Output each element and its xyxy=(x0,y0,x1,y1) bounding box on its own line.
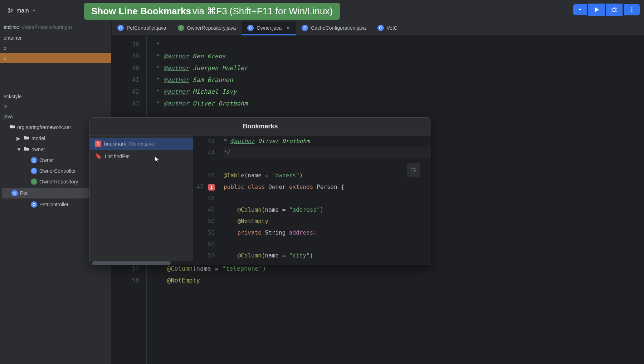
tree-item[interactable]: e xyxy=(0,53,111,63)
preview-code-line xyxy=(224,158,431,170)
editor-tab[interactable]: CVetC xyxy=(372,21,403,35)
project-name: etclinic xyxy=(4,24,19,30)
preview-line-number: 47 1 xyxy=(196,181,215,193)
editor-tab[interactable]: IOwnerRepository.java xyxy=(172,21,242,35)
line-number: 58 xyxy=(112,275,139,286)
tree-item-label: e xyxy=(4,55,6,61)
folder-icon xyxy=(24,135,29,142)
hint-text-rest: via ⌘F3 (Shift+F11 for Win/Linux) xyxy=(192,6,333,17)
line-number: 42 xyxy=(112,86,139,98)
class-icon: C xyxy=(11,190,18,196)
preview-line-number: 43 xyxy=(196,136,215,147)
class-icon: C xyxy=(302,25,308,31)
folder-icon xyxy=(24,146,29,153)
svg-point-1 xyxy=(9,11,10,13)
tree-item-label: java xyxy=(4,114,13,119)
class-icon: C xyxy=(31,168,37,174)
svg-point-5 xyxy=(631,9,633,10)
bookmark-list: 1bookmark Owner.java🔖List findPet xyxy=(90,136,193,261)
line-number: 39 xyxy=(112,50,139,62)
preview-code-line: @Column(name = "city") xyxy=(224,250,431,261)
tree-item-label: PetController xyxy=(39,202,69,207)
tree-item-label: OwnerController xyxy=(39,168,76,174)
code-line[interactable]: * @author Michael Isvy xyxy=(152,86,644,98)
soft-wrap-icon[interactable] xyxy=(407,163,420,177)
preview-scrollbar[interactable] xyxy=(90,261,431,265)
tree-item[interactable]: eckstyle xyxy=(0,92,111,102)
run-button[interactable] xyxy=(588,4,605,16)
tab-label: CacheConfiguration.java xyxy=(311,25,366,31)
tree-item-label: ontainer xyxy=(4,35,22,41)
preview-code: * @author Oliver Drotbohm*/@Table(name =… xyxy=(220,136,431,261)
branch-name: main xyxy=(16,8,29,14)
preview-code-line xyxy=(224,193,431,204)
bookmark-file: Owner.java xyxy=(129,141,154,147)
svg-point-2 xyxy=(11,9,13,10)
bookmark-preview: 43444647 1484950515253 * @author Oliver … xyxy=(193,136,431,261)
interface-icon: I xyxy=(178,25,184,31)
tree-item[interactable]: in xyxy=(0,102,111,112)
code-line[interactable]: * xyxy=(152,39,644,50)
bookmarks-popup: Bookmarks 1bookmark Owner.java🔖List find… xyxy=(89,117,431,265)
editor-tab[interactable]: COwner.java✕ xyxy=(241,21,296,35)
preview-line-number: 46 xyxy=(196,170,215,181)
class-icon: C xyxy=(31,201,37,208)
debug-button[interactable] xyxy=(606,4,623,16)
class-icon: C xyxy=(31,157,37,163)
bookmark-badge-icon: 1 xyxy=(208,184,215,191)
tree-item[interactable]: ontainer xyxy=(0,33,111,43)
chevron-down-icon xyxy=(32,8,36,14)
line-number: 38 xyxy=(112,39,139,50)
chevron-down-icon: ▼ xyxy=(16,147,21,152)
tree-item-label: owner xyxy=(31,147,45,152)
tree-item-label: in xyxy=(4,104,8,109)
svg-point-4 xyxy=(631,8,633,9)
preview-code-line: @NotEmpty xyxy=(224,216,431,227)
bookmark-item[interactable]: 1bookmark Owner.java xyxy=(90,138,193,150)
code-line[interactable]: * @author Juergen Hoeller xyxy=(152,62,644,74)
class-icon: C xyxy=(377,25,384,31)
project-path-text: ~/IdeaProjects/spring-p xyxy=(20,24,72,30)
tab-label: Owner.java xyxy=(257,25,282,31)
editor-tab[interactable]: CCacheConfiguration.java xyxy=(296,21,371,35)
svg-point-0 xyxy=(9,8,10,10)
line-number: 43 xyxy=(112,98,139,109)
svg-point-3 xyxy=(613,9,616,12)
tree-item-label: Owner xyxy=(39,157,54,163)
tree-item-label: eckstyle xyxy=(4,94,22,99)
scrollbar-thumb[interactable] xyxy=(92,261,171,265)
preview-line-number: 52 xyxy=(196,238,215,250)
svg-point-6 xyxy=(631,11,633,12)
close-icon[interactable]: ✕ xyxy=(286,25,290,31)
bookmark-item[interactable]: 🔖List findPet xyxy=(90,150,193,162)
line-number: 40 xyxy=(112,62,139,74)
branch-selector[interactable]: main xyxy=(4,6,40,16)
preview-code-line: public class Owner extends Person { xyxy=(224,181,431,193)
bookmark-icon: 🔖 xyxy=(95,153,102,159)
folder-icon xyxy=(9,124,15,131)
preview-line-number: 44 xyxy=(196,147,215,158)
tab-label: PetController.java xyxy=(127,25,166,31)
tree-item[interactable]: o xyxy=(0,43,111,53)
chevron-right-icon: ▶ xyxy=(16,136,21,141)
class-icon: C xyxy=(247,25,254,31)
more-button[interactable] xyxy=(624,4,640,15)
tab-label: OwnerRepository.java xyxy=(187,25,236,31)
code-line[interactable]: * @author Sam Brannen xyxy=(152,74,644,86)
run-config-dropdown[interactable] xyxy=(573,4,587,15)
bookmark-badge-icon: 1 xyxy=(95,141,101,147)
editor-tab[interactable]: CPetController.java xyxy=(112,21,172,35)
bookmark-label: bookmark xyxy=(104,141,126,147)
top-toolbar: main Show Line Bookmarks via ⌘F3 (Shift+… xyxy=(0,0,644,21)
tabs-bar: CPetController.javaIOwnerRepository.java… xyxy=(112,21,644,36)
preview-line-number: 53 xyxy=(196,250,215,261)
toolbar-right xyxy=(573,4,640,16)
preview-line-number: 48 xyxy=(196,193,215,204)
code-line[interactable]: * @author Ken Krebs xyxy=(152,50,644,62)
tree-item-label: org.springframework.sar xyxy=(17,124,71,130)
interface-icon: I xyxy=(31,178,37,185)
code-line[interactable]: @NotEmpty xyxy=(152,275,644,286)
preview-code-line: private String address; xyxy=(224,227,431,238)
code-line[interactable]: * @author Oliver Drotbohm xyxy=(152,98,644,109)
hint-banner: Show Line Bookmarks via ⌘F3 (Shift+F11 f… xyxy=(84,3,340,20)
